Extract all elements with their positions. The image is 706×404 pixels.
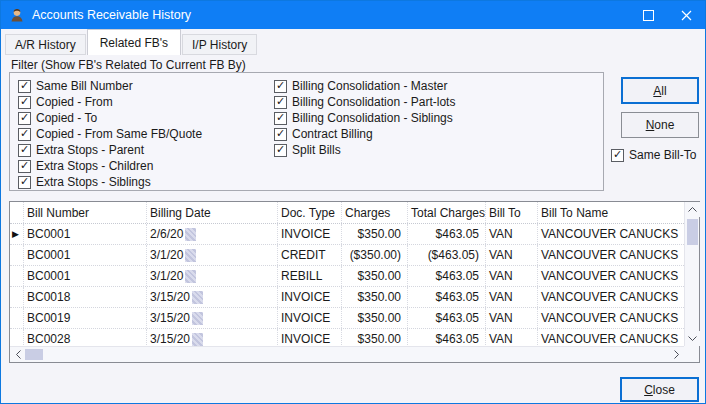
cell-bill-to: VAN [486, 308, 538, 328]
cell-bill-to-name: VANCOUVER CANUCKS [538, 245, 684, 265]
filter-checkbox-label: Copied - From [36, 95, 113, 109]
tab-i-p-history[interactable]: I/P History [182, 34, 257, 55]
checkbox-icon: ✓ [18, 160, 31, 173]
titlebar: Accounts Receivable History [1, 1, 705, 29]
tab-a-r-history[interactable]: A/R History [5, 34, 86, 55]
close-button[interactable]: Close [620, 377, 699, 402]
cell-billing-date: 3/15/20 [147, 308, 278, 328]
tab-related-fb-s[interactable]: Related FB's [87, 29, 181, 55]
cell-bill-to: VAN [486, 287, 538, 307]
history-table: Bill Number Billing Date Doc. Type Charg… [9, 201, 700, 363]
header-billing-date[interactable]: Billing Date [147, 202, 278, 223]
cell-bill-number: BC0001 [24, 224, 147, 244]
filter-checkbox-label: Extra Stops - Children [36, 159, 153, 173]
maximize-icon [643, 10, 654, 21]
cell-bill-to-name: VANCOUVER CANUCKS [538, 224, 684, 244]
filter-checkbox[interactable]: ✓ Extra Stops - Children [18, 158, 202, 174]
checkbox-icon: ✓ [18, 144, 31, 157]
cell-billing-date: 3/15/20 [147, 287, 278, 307]
current-row-marker: ▶ [12, 229, 19, 239]
cell-bill-to-name: VANCOUVER CANUCKS [538, 266, 684, 286]
filter-checkbox[interactable]: ✓ Billing Consolidation - Master [274, 78, 455, 94]
scroll-left-button[interactable] [10, 347, 26, 362]
row-indicator-cell: ▶ [10, 224, 24, 244]
cell-doc-type: INVOICE [278, 224, 342, 244]
cell-charges: $350.00 [342, 308, 408, 328]
filter-checkbox-label: Copied - To [36, 111, 97, 125]
horizontal-scrollbar[interactable] [10, 346, 684, 362]
redacted-year [185, 270, 196, 283]
cell-doc-type: CREDIT [278, 245, 342, 265]
filter-checkbox[interactable]: ✓ Copied - From [18, 94, 202, 110]
row-indicator-cell [10, 266, 24, 286]
filter-checkbox-label: Split Bills [292, 143, 341, 157]
vertical-scrollbar-thumb[interactable] [687, 219, 698, 245]
scroll-down-button[interactable] [685, 331, 700, 346]
scroll-up-button[interactable] [685, 202, 700, 217]
cell-bill-to-name: VANCOUVER CANUCKS [538, 308, 684, 328]
cell-billing-date: 2/6/20 [147, 224, 278, 244]
filter-checkbox[interactable]: ✓ Contract Billing [274, 126, 455, 142]
filter-checkbox[interactable]: ✓ Billing Consolidation - Siblings [274, 110, 455, 126]
close-window-button[interactable] [667, 1, 705, 29]
cell-bill-number: BC0001 [24, 245, 147, 265]
cell-doc-type: INVOICE [278, 308, 342, 328]
filter-checkbox-label: Billing Consolidation - Master [292, 79, 447, 93]
checkbox-icon: ✓ [274, 96, 287, 109]
redacted-year [192, 333, 203, 346]
cell-total-charges: $463.05 [408, 266, 486, 286]
table-row[interactable]: ▶ BC0001 2/6/20 INVOICE $350.00 $463.05 … [10, 224, 684, 245]
checkbox-icon: ✓ [274, 128, 287, 141]
tab-strip: A/R History Related FB's I/P History [5, 29, 258, 55]
tab-label: I/P History [192, 38, 247, 52]
table-row[interactable]: BC0018 3/15/20 INVOICE $350.00 $463.05 V… [10, 287, 684, 308]
checkbox-icon: ✓ [611, 149, 624, 162]
filter-checkbox-label: Billing Consolidation - Siblings [292, 111, 453, 125]
table-row[interactable]: BC0001 3/1/20 REBILL $350.00 $463.05 VAN… [10, 266, 684, 287]
checkbox-icon: ✓ [18, 176, 31, 189]
header-doc-type[interactable]: Doc. Type [278, 202, 342, 223]
vertical-scrollbar[interactable] [684, 202, 699, 346]
cell-charges: $350.00 [342, 224, 408, 244]
header-bill-number[interactable]: Bill Number [24, 202, 147, 223]
user-icon [9, 7, 25, 23]
filter-checkbox[interactable]: ✓ Extra Stops - Parent [18, 142, 202, 158]
header-total-charges[interactable]: Total Charges [408, 202, 486, 223]
header-bill-to-name[interactable]: Bill To Name [538, 202, 684, 223]
window-title: Accounts Receivable History [32, 8, 191, 22]
redacted-year [185, 249, 196, 262]
scrollbar-corner [684, 346, 699, 362]
filter-checkbox-label: Copied - From Same FB/Quote [36, 127, 202, 141]
chevron-up-icon [688, 207, 697, 212]
cell-bill-number: BC0018 [24, 287, 147, 307]
table-row[interactable]: BC0001 3/1/20 CREDIT ($350.00) ($463.05)… [10, 245, 684, 266]
filter-checkbox[interactable]: ✓ Extra Stops - Siblings [18, 174, 202, 190]
filter-checkbox[interactable]: ✓ Billing Consolidation - Part-lots [274, 94, 455, 110]
scroll-right-button[interactable] [668, 347, 684, 362]
filter-checkbox[interactable]: ✓ Split Bills [274, 142, 455, 158]
table-row[interactable]: BC0019 3/15/20 INVOICE $350.00 $463.05 V… [10, 308, 684, 329]
none-button[interactable]: None [621, 112, 699, 138]
filter-checkbox[interactable]: ✓ Copied - From Same FB/Quote [18, 126, 202, 142]
all-button[interactable]: All [621, 77, 699, 104]
redacted-year [185, 228, 196, 241]
filter-label: Filter (Show FB's Related To Current FB … [11, 58, 246, 72]
filter-checkbox[interactable]: ✓ Same Bill Number [18, 78, 202, 94]
cell-charges: $350.00 [342, 266, 408, 286]
tab-label: A/R History [15, 38, 76, 52]
filter-checkbox[interactable]: ✓ Copied - To [18, 110, 202, 126]
accounts-receivable-history-dialog: Accounts Receivable History A/R History … [0, 0, 706, 404]
checkbox-icon: ✓ [18, 80, 31, 93]
filter-left-column: ✓ Same Bill Number ✓ Copied - From ✓ Cop… [18, 78, 202, 190]
redacted-year [192, 312, 203, 325]
same-bill-to-checkbox[interactable]: ✓ Same Bill-To [611, 147, 696, 163]
filter-checkbox-label: Contract Billing [292, 127, 373, 141]
maximize-button[interactable] [629, 1, 667, 29]
row-indicator-cell [10, 245, 24, 265]
cell-doc-type: REBILL [278, 266, 342, 286]
horizontal-scrollbar-thumb[interactable] [25, 349, 43, 360]
header-charges[interactable]: Charges [342, 202, 408, 223]
header-bill-to[interactable]: Bill To [486, 202, 538, 223]
cell-bill-to: VAN [486, 224, 538, 244]
cell-bill-number: BC0019 [24, 308, 147, 328]
